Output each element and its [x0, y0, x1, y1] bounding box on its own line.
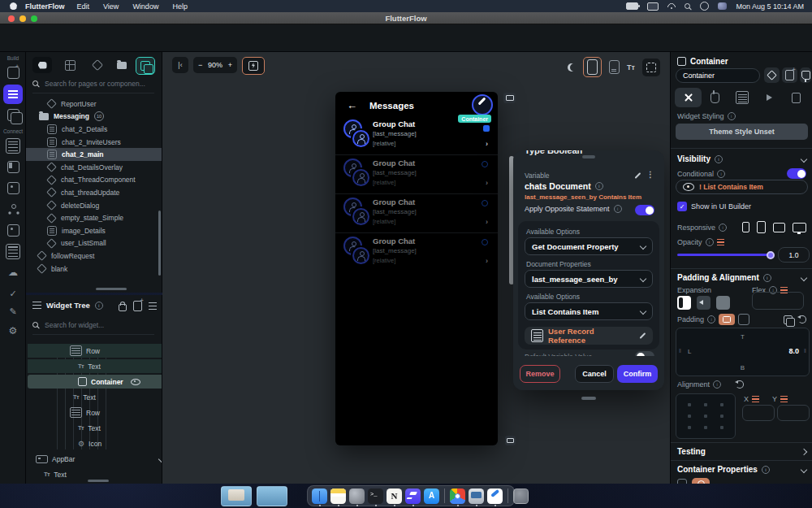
- wifi-icon[interactable]: [667, 3, 676, 10]
- cancel-button[interactable]: Cancel: [575, 365, 614, 383]
- tree-node-text[interactable]: TтText: [28, 390, 162, 404]
- color-picker-button[interactable]: [692, 478, 710, 484]
- widget-marker-button[interactable]: [505, 436, 516, 445]
- apple-menu-icon[interactable]: [10, 2, 17, 10]
- rail-integrations-icon[interactable]: ☁: [6, 265, 20, 280]
- alignment-grid[interactable]: [676, 393, 736, 439]
- pages-vscrollbar[interactable]: [158, 211, 161, 276]
- component-convert-button[interactable]: [764, 67, 780, 83]
- menu-bar-clock[interactable]: Mon Aug 5 10:14 AM: [736, 2, 804, 11]
- folder-item[interactable]: Messaging10: [26, 111, 162, 124]
- dock-siri-icon[interactable]: [349, 488, 365, 504]
- edit-pencil-button[interactable]: [472, 94, 493, 115]
- tab-properties[interactable]: [675, 88, 702, 107]
- chevron-right-icon[interactable]: [801, 448, 807, 454]
- tab-pages[interactable]: [32, 57, 52, 73]
- margin-mode-button[interactable]: [738, 314, 749, 325]
- lock-icon[interactable]: [119, 304, 127, 311]
- dock-trash-icon[interactable]: [513, 488, 529, 504]
- expansion-expanded-button[interactable]: [716, 296, 730, 310]
- visibility-condition-field[interactable]: ! List Contains Item: [676, 180, 808, 194]
- rail-components-icon[interactable]: [6, 107, 20, 122]
- rail-media-icon[interactable]: [6, 223, 20, 237]
- opacity-slider[interactable]: [677, 254, 771, 256]
- remove-button[interactable]: Remove: [520, 365, 560, 383]
- document-property-dropdown[interactable]: last_message_seen_by: [525, 270, 653, 288]
- edit-variable-icon[interactable]: [633, 172, 641, 180]
- menu-help[interactable]: Help: [172, 2, 188, 11]
- page-item[interactable]: deleteDialog: [26, 199, 162, 212]
- new-folder-button[interactable]: [113, 57, 131, 73]
- minimized-window[interactable]: [221, 486, 252, 506]
- collapse-tree-icon[interactable]: [149, 302, 157, 310]
- zoom-in-button[interactable]: +: [228, 61, 232, 69]
- info-icon[interactable]: i: [719, 224, 727, 232]
- page-item[interactable]: chat_ThreadComponent: [26, 174, 162, 187]
- rail-firestore-icon[interactable]: [6, 138, 20, 153]
- reset-alignment-icon[interactable]: [736, 380, 744, 389]
- info-icon[interactable]: i: [763, 274, 771, 282]
- canvas-fps-button[interactable]: [242, 57, 265, 75]
- rail-functions-icon[interactable]: [6, 244, 20, 258]
- padding-top-handle[interactable]: T: [741, 333, 745, 341]
- selected-widget-checkbox[interactable]: [483, 125, 490, 132]
- widget-name-input[interactable]: Container: [676, 68, 760, 83]
- wtree-resize-handle[interactable]: [88, 480, 109, 482]
- canvas[interactable]: |‹ − 90% + Tт ← Messages Container Group…: [162, 52, 670, 484]
- menu-app[interactable]: FlutterFlow: [25, 2, 65, 11]
- info-icon[interactable]: i: [715, 155, 723, 163]
- back-arrow-icon[interactable]: ←: [347, 99, 357, 111]
- page-item[interactable]: followRequest: [26, 250, 162, 263]
- confirm-button[interactable]: Confirm: [617, 365, 658, 383]
- tab-actions[interactable]: [702, 88, 728, 107]
- rail-tests-icon[interactable]: ✓: [6, 286, 20, 301]
- text-scale-icon[interactable]: Tт: [627, 63, 635, 72]
- get-document-property-dropdown[interactable]: Get Document Property: [525, 237, 653, 255]
- info-icon[interactable]: i: [762, 466, 770, 474]
- info-icon[interactable]: i: [717, 170, 725, 178]
- collapse-panel-button[interactable]: |‹: [172, 57, 188, 73]
- show-in-builder-checkbox[interactable]: ✓: [677, 202, 687, 211]
- padding-right-value[interactable]: 8.0: [788, 347, 799, 355]
- more-options-icon[interactable]: ⋮: [646, 170, 654, 179]
- zoom-window-button[interactable]: [31, 15, 37, 22]
- tree-node-container-selected[interactable]: Container: [28, 375, 162, 389]
- widget-search-input[interactable]: Search for widget...: [45, 321, 104, 329]
- collapse-section-icon[interactable]: [801, 155, 807, 162]
- conditional-toggle[interactable]: [787, 168, 806, 179]
- info-icon[interactable]: i: [707, 315, 715, 323]
- align-y-input[interactable]: [777, 405, 810, 421]
- minimize-window-button[interactable]: [19, 15, 26, 22]
- padding-bottom-handle[interactable]: B: [741, 364, 745, 371]
- add-to-library-button[interactable]: [782, 67, 797, 83]
- chat-list-item[interactable]: Group Chat[last_message][relative] ›: [335, 154, 498, 193]
- theme-style-button[interactable]: Theme Style Unset: [676, 124, 808, 140]
- pages-search-input[interactable]: Search for pages or componen...: [45, 80, 145, 88]
- zoom-out-button[interactable]: −: [198, 61, 202, 69]
- reset-padding-icon[interactable]: [798, 315, 806, 323]
- info-icon[interactable]: i: [713, 380, 721, 389]
- page-item[interactable]: chat_2_Details: [26, 123, 162, 136]
- pages-hscrollbar[interactable]: [96, 288, 127, 290]
- dock-appstore-icon[interactable]: [424, 488, 439, 504]
- padding-left-handle[interactable]: L: [688, 348, 691, 355]
- visibility-eye-icon[interactable]: [131, 379, 140, 385]
- responsive-phone-icon[interactable]: [742, 222, 749, 232]
- page-item[interactable]: user_ListSmall: [26, 237, 162, 250]
- tree-node-icon[interactable]: ⚙Icon: [28, 436, 162, 450]
- responsive-phone-lg-icon[interactable]: [757, 221, 766, 233]
- dock-finder-icon[interactable]: [312, 488, 327, 504]
- fill-type-button[interactable]: [677, 479, 687, 484]
- rail-page-selector-icon[interactable]: [3, 85, 23, 104]
- page-item[interactable]: chat_DetailsOverlay: [26, 161, 162, 174]
- tab-animations[interactable]: [756, 88, 783, 107]
- phone-preview[interactable]: ← Messages Container Group Chat[last_mes…: [335, 92, 498, 445]
- dock-window-app-icon[interactable]: [469, 488, 484, 504]
- dock-notion-icon[interactable]: [387, 488, 402, 504]
- tree-node-row[interactable]: Row: [28, 406, 162, 419]
- tab-screens[interactable]: [60, 57, 80, 73]
- responsive-tablet-icon[interactable]: [773, 223, 785, 232]
- dark-mode-icon[interactable]: [568, 63, 576, 72]
- user-record-reference-field[interactable]: User Record Reference: [525, 327, 653, 345]
- dialog-drag-handle[interactable]: [582, 155, 595, 158]
